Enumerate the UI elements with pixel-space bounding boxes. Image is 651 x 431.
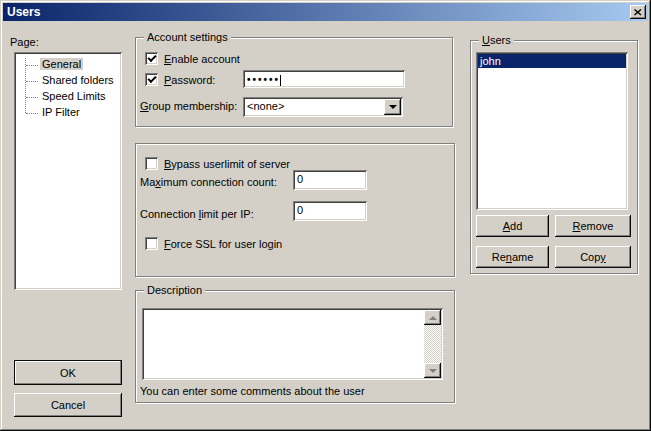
tree-item-label[interactable]: IP Filter	[40, 106, 82, 118]
ok-button[interactable]: OK	[14, 360, 122, 385]
ip-limit-input[interactable]: 0	[293, 201, 367, 221]
description-caption: You can enter some comments about the us…	[140, 385, 365, 397]
enable-account-checkbox[interactable]	[145, 52, 158, 65]
copy-button[interactable]: Copy	[555, 246, 631, 268]
close-icon	[634, 9, 642, 16]
user-list-item-john[interactable]: john	[478, 54, 626, 68]
chevron-down-icon	[389, 105, 397, 113]
remove-button[interactable]: Remove	[555, 215, 631, 237]
titlebar[interactable]: Users	[3, 3, 648, 21]
users-list-rows: john	[478, 54, 626, 68]
arrow-down-icon	[429, 369, 437, 377]
tree-item-ip-filter[interactable]: IP Filter	[16, 105, 120, 121]
password-checkbox[interactable]	[145, 73, 158, 86]
description-group: Description You can enter some comments …	[135, 290, 455, 403]
bypass-userlimit-checkbox[interactable]	[145, 157, 158, 170]
force-ssl-checkbox[interactable]	[145, 237, 158, 250]
close-button[interactable]	[630, 5, 646, 19]
tree-item-shared-folders[interactable]: Shared folders	[16, 73, 120, 89]
account-settings-group: Account settings Enable account Password…	[135, 37, 453, 127]
arrow-up-icon	[429, 312, 437, 320]
scroll-up-button[interactable]	[424, 310, 441, 325]
combo-dropdown-button[interactable]	[384, 99, 401, 115]
users-dialog: Users Page: GeneralShared foldersSpeed L…	[0, 0, 651, 431]
max-connection-input[interactable]: 0	[293, 170, 367, 190]
cancel-button[interactable]: Cancel	[14, 393, 122, 417]
description-title: Description	[144, 284, 205, 297]
tree-item-speed-limits[interactable]: Speed Limits	[16, 89, 120, 105]
tree-item-general[interactable]: General	[16, 57, 120, 73]
users-group: Users john Add Remove Rename Copy	[470, 40, 638, 274]
group-membership-select[interactable]: <none>	[243, 97, 403, 117]
tree-item-label[interactable]: Speed Limits	[40, 90, 108, 102]
ip-limit-label: Connection limit per IP:	[140, 208, 254, 220]
tree-item-label[interactable]: General	[40, 58, 83, 70]
max-connection-label: Maximum connection count:	[140, 176, 277, 188]
bypass-userlimit-label[interactable]: Bypass userlimit of server	[164, 158, 290, 170]
scroll-down-button[interactable]	[424, 363, 441, 378]
account-settings-title: Account settings	[144, 31, 231, 44]
page-tree-rows: GeneralShared foldersSpeed LimitsIP Filt…	[16, 57, 120, 121]
enable-account-label[interactable]: Enable account	[164, 53, 240, 65]
rename-button[interactable]: Rename	[476, 246, 549, 268]
users-group-title: Users	[479, 34, 514, 47]
limits-group: Bypass userlimit of server Maximum conne…	[135, 143, 455, 277]
text-caret	[280, 75, 281, 86]
password-label[interactable]: Password:	[164, 74, 215, 86]
window-title: Users	[7, 5, 40, 19]
page-list-label: Page:	[10, 36, 39, 48]
page-tree[interactable]: GeneralShared foldersSpeed LimitsIP Filt…	[14, 52, 122, 290]
add-button[interactable]: Add	[476, 215, 549, 237]
force-ssl-label[interactable]: Force SSL for user login	[164, 238, 282, 250]
description-scrollbar[interactable]	[424, 310, 441, 378]
group-membership-label: Group membership:	[140, 100, 237, 112]
tree-item-label[interactable]: Shared folders	[40, 74, 116, 86]
password-input[interactable]: ••••••	[243, 70, 405, 88]
description-input[interactable]	[142, 308, 443, 380]
users-listbox[interactable]: john	[476, 52, 628, 210]
group-membership-value: <none>	[247, 100, 284, 112]
